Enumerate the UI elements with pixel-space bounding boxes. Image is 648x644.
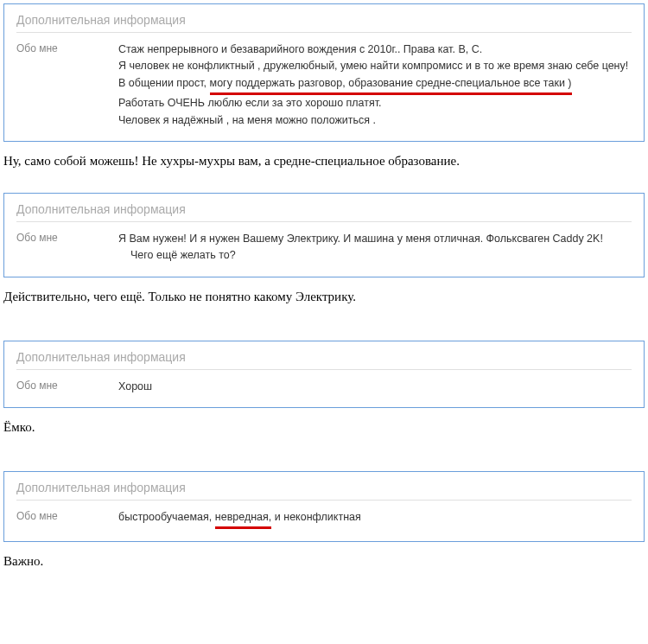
field-label-about: Обо мне [16,231,103,244]
field-label-about: Обо мне [16,41,103,54]
underlined-text: невредная, [215,509,272,529]
text-line: Человек я надёжный , на меня можно полож… [118,112,628,129]
text-prefix: быстрообучаемая, [118,511,215,523]
info-card: Дополнительная информация Обо мне Хорош [3,341,645,408]
text-suffix: и неконфликтная [271,511,361,523]
field-label-about: Обо мне [16,509,103,522]
text-line: Чего ещё желать то? [118,247,603,264]
commentary-text: Ёмко. [3,420,645,435]
commentary-text: Ну, само собой можешь! Не хухры-мухры ва… [3,154,645,169]
field-value-about: Стаж непрерывного и безаварийного вожден… [118,41,628,129]
text-line: Хорош [118,379,152,395]
text-line: быстрообучаемая, невредная, и неконфликт… [118,509,361,529]
text-line: Я человек не конфликтный , дружелюбный, … [118,58,628,74]
card-title: Дополнительная информация [16,13,632,33]
commentary-text: Важно. [3,554,645,569]
text-line: В общении прост, могу поддержать разгово… [118,75,628,95]
card-title: Дополнительная информация [16,481,632,501]
text-line: Работать ОЧЕНЬ люблю если за это хорошо … [118,95,628,112]
card-row: Обо мне быстрообучаемая, невредная, и не… [16,509,632,529]
info-card: Дополнительная информация Обо мне Я Вам … [3,193,645,277]
underlined-text: могу поддержать разговор, образование ср… [210,75,572,95]
field-value-about: быстрообучаемая, невредная, и неконфликт… [118,509,361,529]
info-card: Дополнительная информация Обо мне быстро… [3,471,645,542]
card-row: Обо мне Я Вам нужен! И я нужен Вашему Эл… [16,231,632,265]
field-value-about: Хорош [118,379,152,395]
text-line: Я Вам нужен! И я нужен Вашему Электрику.… [118,231,603,247]
card-row: Обо мне Хорош [16,379,632,395]
text-prefix: В общении прост, [118,77,210,89]
field-value-about: Я Вам нужен! И я нужен Вашему Электрику.… [118,231,603,265]
card-title: Дополнительная информация [16,202,632,222]
info-card: Дополнительная информация Обо мне Стаж н… [3,3,645,142]
commentary-text: Действительно, чего ещё. Только не понят… [3,290,645,304]
field-label-about: Обо мне [16,379,103,392]
card-row: Обо мне Стаж непрерывного и безаварийног… [16,41,632,129]
text-line: Стаж непрерывного и безаварийного вожден… [118,41,628,58]
card-title: Дополнительная информация [16,350,632,370]
